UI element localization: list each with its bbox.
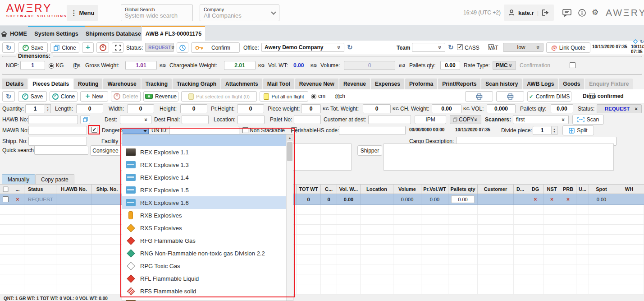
put-all-on-flight-button[interactable]: Put all on flight <box>260 91 308 102</box>
table-empty-row[interactable] <box>0 205 644 215</box>
consignee-button[interactable]: Consignee <box>90 145 121 156</box>
cell-pallets-qty[interactable]: 0.00 <box>448 194 478 204</box>
print-button-2[interactable] <box>496 91 524 102</box>
tab-goods[interactable]: Goods <box>559 79 584 89</box>
tab-shipments-database[interactable]: Shipments Database <box>85 26 142 41</box>
new-button[interactable]: New <box>80 91 108 102</box>
put-selected-on-flight-button[interactable]: Put selected on flight (0) <box>181 91 257 102</box>
ipm-button[interactable]: IPM <box>415 115 446 124</box>
col-actions[interactable]: ... <box>11 185 24 194</box>
revenue-button[interactable]: Revenue <box>143 91 178 102</box>
nop-field[interactable]: 1 <box>20 61 45 70</box>
rate-type-select[interactable]: PMC <box>493 61 516 70</box>
user-chip[interactable]: kate.r | <box>504 5 554 21</box>
save-button[interactable]: Save <box>18 42 48 53</box>
col-location[interactable]: Location <box>361 185 393 194</box>
col-hawb[interactable]: H.AWB No. <box>56 185 92 194</box>
fullscreen-button[interactable] <box>112 42 123 53</box>
tab-warehouse[interactable]: Warehouse <box>103 79 140 89</box>
tot-weight-field[interactable]: 0 <box>363 104 391 113</box>
tab-system-settings[interactable]: System Settings <box>28 26 85 41</box>
delete-x-icon[interactable]: × <box>16 196 19 203</box>
piece-weight-field[interactable]: 0 <box>301 104 321 113</box>
dropdown-item[interactable]: REX Explosive 1.3 <box>122 158 287 171</box>
dangerous-checkbox[interactable] <box>91 127 97 133</box>
table-empty-row[interactable] <box>0 245 644 255</box>
dropdown-item[interactable]: RPG Toxic Gas <box>122 259 287 272</box>
col-d[interactable]: D... <box>514 185 527 194</box>
dest-select[interactable] <box>120 115 151 124</box>
awb-status-select[interactable]: REQUEST <box>145 43 174 52</box>
company-select[interactable]: Company All Companies <box>200 5 279 21</box>
col-vol-w[interactable]: Vol. W... <box>337 185 361 194</box>
tab-print-reports[interactable]: Print/Reports <box>438 79 480 89</box>
ch-weight-field[interactable]: 0.00 <box>432 104 461 113</box>
tab-manually[interactable]: Manually <box>2 174 35 184</box>
dropdown-blank-option[interactable] <box>122 134 287 146</box>
col-wh[interactable]: WH <box>614 185 644 194</box>
table-row-selected[interactable]: × REQUEST 0 0 0.00 0.000 0.00 0.00 × × ×… <box>0 194 644 205</box>
width-field[interactable]: 0 <box>127 104 154 113</box>
palet-no-field[interactable] <box>294 115 321 124</box>
mini-refresh-icon[interactable] <box>640 39 644 45</box>
col-nst[interactable]: NST <box>544 185 560 194</box>
row-checkbox[interactable] <box>3 196 9 202</box>
quick-search-field[interactable] <box>34 146 88 155</box>
dropdown-item[interactable]: RFL Flammable Liquid <box>122 272 287 285</box>
col-customer[interactable]: Customer <box>478 185 514 194</box>
tab-revenue-new[interactable]: Revenue New <box>295 79 338 89</box>
select-all-checkbox[interactable] <box>3 186 8 192</box>
confirmation-checkbox[interactable] <box>570 62 575 68</box>
col-prb[interactable]: PRB <box>560 185 576 194</box>
table-empty-row[interactable] <box>0 264 644 274</box>
pieces-clone-button[interactable]: Clone <box>50 91 78 102</box>
tab-tracking-graph[interactable]: Tracking Graph <box>173 79 220 89</box>
dropdown-item[interactable]: REX Explosive 1.1 <box>122 146 287 158</box>
cm-radio[interactable] <box>311 94 316 99</box>
copy-select-button[interactable]: COPY <box>450 115 481 124</box>
tab-mail-tool[interactable]: Mail Tool <box>263 79 294 89</box>
quote-tag-icon[interactable] <box>633 39 638 44</box>
tab-awb-logs[interactable]: AWB Logs <box>523 79 558 89</box>
quantity-field[interactable]: 1 <box>25 104 45 113</box>
pallets-qty-field[interactable]: 0.00 <box>551 104 573 113</box>
quantity-stepper[interactable] <box>45 104 51 113</box>
scrollbar-thumb[interactable] <box>287 142 292 161</box>
mawb-field[interactable] <box>28 126 87 135</box>
row-select-cell[interactable] <box>0 194 11 204</box>
scanners-select[interactable]: first <box>513 115 569 124</box>
gross-weight-field[interactable]: 1.01 <box>125 61 157 70</box>
delete-button[interactable]: Delete <box>111 91 141 102</box>
col-pr-vol-wt[interactable]: Pr.Vol.WT <box>421 185 448 194</box>
dropdown-item[interactable]: RNG Non-Flammable non-toxic gas Division… <box>122 247 287 259</box>
piece-status-select[interactable]: REQUEST <box>597 104 642 113</box>
col-spot[interactable]: Spot <box>589 185 614 194</box>
table-empty-row[interactable] <box>0 255 644 264</box>
row-delete-cell[interactable]: × <box>11 194 24 204</box>
confirm-dims-button[interactable]: ✓Confirm DIMS <box>527 91 571 102</box>
shipper-button[interactable]: Shipper <box>357 145 382 156</box>
customer-at-dest-field[interactable] <box>368 115 411 124</box>
table-empty-row[interactable] <box>0 225 644 235</box>
pallets-qty-cell-input[interactable]: 0.00 <box>451 195 475 203</box>
kg-radio[interactable] <box>49 63 54 69</box>
dropdown-item[interactable]: RFS Flammable solid <box>122 285 287 297</box>
un-id-field[interactable] <box>169 126 239 135</box>
cass-checkbox[interactable] <box>457 44 463 50</box>
scroll-up-icon[interactable] <box>287 134 293 141</box>
location-field[interactable] <box>238 115 265 124</box>
chargeable-weight-field[interactable]: 2.01 <box>224 61 256 70</box>
dropdown-scrollbar[interactable] <box>286 134 293 301</box>
team-select[interactable] <box>412 43 445 52</box>
table-empty-row[interactable] <box>0 274 644 284</box>
col-pallets-qty[interactable]: Pallets qty <box>448 185 478 194</box>
col-c[interactable]: C... <box>321 185 337 194</box>
col-u[interactable]: U... <box>576 185 589 194</box>
cancel-button[interactable] <box>96 42 109 53</box>
col-status[interactable]: Status <box>24 185 56 194</box>
tab-expenses[interactable]: Expenses <box>371 79 404 89</box>
height-field[interactable]: 0 <box>180 104 207 113</box>
priority-select[interactable]: low <box>503 43 544 52</box>
tab-home[interactable]: HOME <box>0 26 28 41</box>
tab-tracking[interactable]: Tracking <box>142 79 172 89</box>
